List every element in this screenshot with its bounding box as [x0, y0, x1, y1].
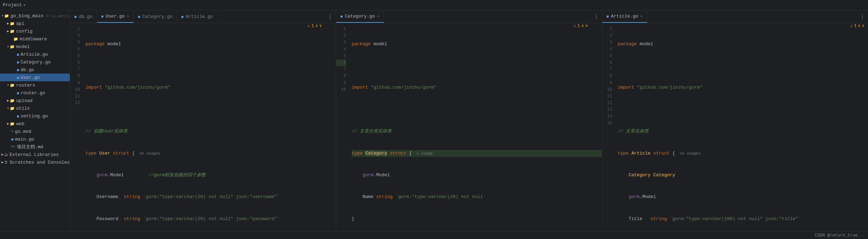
folder-icon-routers: 📁	[10, 83, 15, 88]
panel-3-tab-more[interactable]: ⋮	[857, 13, 868, 20]
tree-item-api[interactable]: ▶ 📁 api	[0, 20, 70, 27]
panel-2-tab-close[interactable]: ×	[377, 14, 379, 19]
cat-tab-icon2: ◼	[340, 14, 343, 19]
file-icon-doc: M+	[11, 145, 15, 149]
expand-arrow-config: ▶	[7, 29, 9, 33]
expand-arrow-utils: ▾	[7, 106, 9, 110]
tree-item-project[interactable]: ▾ 📁 go_blog_main D:\a_wenjianzil...	[0, 12, 70, 20]
expand-arrow-scratches: ▶	[1, 160, 4, 164]
panel-3-tab-bar: ◼ Article.go × ⋮	[602, 11, 868, 23]
panel-2-tab-more[interactable]: ⋮	[591, 13, 602, 20]
file-icon-article: ◼	[17, 52, 19, 57]
sidebar: ▾ 📁 go_blog_main D:\a_wenjianzil... ▶ 📁 …	[0, 11, 70, 231]
tree-label-main: main.go	[15, 137, 34, 142]
project-label: Project	[3, 2, 22, 8]
tree-item-db-go[interactable]: ◼ db.go	[0, 66, 70, 74]
panel-1-tab-user-label: User.go	[106, 14, 125, 19]
tree-item-category-go[interactable]: ◼ Category.go	[0, 58, 70, 66]
panel-2-code-content: 1 2 3 4 5 6 7 8 9 10 package model	[336, 23, 602, 231]
panel-1-tab-db[interactable]: ◼ db.go	[70, 11, 97, 23]
tree-item-setting-go[interactable]: ◼ setting.go	[0, 112, 70, 120]
folder-icon-model: 📁	[10, 45, 15, 49]
panel-1-tab-close[interactable]: ×	[127, 14, 129, 19]
project-icon: 📁	[4, 14, 9, 18]
file-icon-main: ◼	[11, 137, 14, 142]
file-icon-user: ◼	[17, 75, 19, 80]
panel-2-tab-bar: ◼ Category.go × ⋮	[336, 11, 602, 23]
tree-label-upload: upload	[16, 98, 33, 103]
panel-1-tab-article[interactable]: ◼ Article.go	[177, 11, 218, 23]
file-icon-db: ◼	[17, 68, 19, 72]
panel-1-tab-article-label: Article.go	[186, 14, 213, 19]
tree-label-config: config	[16, 29, 33, 34]
folder-icon-upload: 📁	[10, 98, 15, 103]
tree-label-api: api	[16, 21, 24, 26]
tree-label-middleware: middleware	[20, 36, 47, 42]
tree-item-project-doc[interactable]: M+ 项目文档.md	[0, 143, 70, 151]
file-icon-category: ◼	[17, 60, 19, 64]
folder-icon-web: 📁	[10, 122, 15, 126]
cat-tab-icon1: ◼	[138, 14, 140, 19]
tree-label-go-mod: go.mod	[15, 129, 32, 134]
panel-3-tab-close[interactable]: ×	[640, 14, 643, 19]
art-tab-icon3: ◼	[606, 14, 609, 19]
tree-label-external-libs: External Libraries	[9, 152, 59, 157]
project-chevron: ▾	[23, 3, 26, 7]
tree-label-routers: routers	[16, 83, 35, 88]
watermark: CSDN @return_true...	[815, 233, 865, 238]
tree-item-main-go[interactable]: ◼ main.go	[0, 135, 70, 143]
external-libs-icon: 🗂	[4, 152, 8, 157]
tree-label-utils: utils	[16, 106, 30, 111]
panel-2-tab-category-label: Category.go	[345, 14, 375, 19]
tree-label-router: router.go	[21, 90, 45, 96]
expand-arrow-external: ▶	[1, 152, 4, 157]
art-tab-icon1: ◼	[181, 14, 184, 19]
panel-1-tab-user[interactable]: ◼ User.go ×	[97, 11, 134, 23]
tree-item-middleware[interactable]: 📁 middleware	[0, 35, 70, 43]
panel-1-code-lines[interactable]: package model import "github.com/jinzhu/…	[83, 23, 336, 231]
tree-item-config[interactable]: ▶ 📁 config	[0, 27, 70, 35]
tree-item-article-go[interactable]: ◼ Article.go	[0, 50, 70, 58]
expand-arrow-project: ▾	[1, 14, 4, 18]
panel-2-tab-category[interactable]: ◼ Category.go ×	[336, 11, 384, 23]
tree-label-web: web	[16, 121, 24, 127]
panel-3-tab-article[interactable]: ◼ Article.go ×	[602, 11, 647, 23]
top-bar: Project ▾	[0, 0, 868, 11]
tree-item-scratches[interactable]: ▶ 🗒 Scratches and Consoles	[0, 158, 70, 166]
tree-label-scratches: Scratches and Consoles	[9, 160, 70, 165]
expand-arrow-routers: ▾	[7, 83, 9, 87]
tree-label-article: Article.go	[21, 52, 48, 57]
panel-2-code-lines[interactable]: package model import "github.com/jinzhu/…	[349, 23, 602, 231]
panel-1-code-content: 1 2 3 4 5 6 7 8 9 10 11 12 package	[70, 23, 336, 231]
tree-item-web[interactable]: ▶ 📁 web	[0, 120, 70, 128]
tree-label-doc: 项目文档.md	[17, 144, 43, 150]
panel-1-tab-more[interactable]: ⋮	[325, 13, 336, 20]
tree-label-setting: setting.go	[21, 114, 48, 119]
project-menu[interactable]: Project ▾	[3, 2, 26, 8]
tree-item-router-go[interactable]: ◼ router.go	[0, 89, 70, 97]
panel-1-tab-category-label: Category.go	[142, 14, 172, 19]
editors-wrapper: ◼ db.go ◼ User.go × ◼ Category.go ◼ Ar	[70, 11, 868, 231]
panel-3-code-lines[interactable]: package model import "github.com/jinzhu/…	[615, 23, 868, 231]
tree-label-model: model	[16, 44, 30, 49]
tree-item-routers[interactable]: ▾ 📁 routers	[0, 81, 70, 89]
editors-container: ◼ db.go ◼ User.go × ◼ Category.go ◼ Ar	[70, 11, 868, 231]
editor-panel-2: ◼ Category.go × ⋮ 1 2 3 4 5 6 7	[336, 11, 602, 231]
panel-1-line-numbers: 1 2 3 4 5 6 7 8 9 10 11 12	[70, 23, 83, 231]
panel-3-code-content: 1 2 3 4 5 6 7 8 9 10 11 12 13 14	[602, 23, 868, 231]
tree-item-utils[interactable]: ▾ 📁 utils	[0, 104, 70, 112]
folder-icon-api: 📁	[10, 21, 15, 26]
panel-1-tab-category[interactable]: ◼ Category.go	[134, 11, 177, 23]
db-tab-icon: ◼	[74, 14, 77, 19]
editor-panel-3: ◼ Article.go × ⋮ 1 2 3 4 5 6 7	[602, 11, 868, 231]
expand-arrow-model: ▾	[7, 45, 9, 49]
folder-icon-config: 📁	[10, 29, 15, 34]
tree-item-user-go[interactable]: ◼ User.go	[0, 74, 70, 81]
tree-item-model[interactable]: ▾ 📁 model	[0, 43, 70, 50]
tree-label-user: User.go	[21, 75, 40, 80]
tree-item-external-libs[interactable]: ▶ 🗂 External Libraries	[0, 151, 70, 158]
folder-icon-middleware: 📁	[13, 37, 18, 41]
tree-item-go-mod[interactable]: ≡ go.mod	[0, 128, 70, 135]
panel-3-tab-article-label: Article.go	[611, 14, 638, 19]
tree-item-upload[interactable]: ▶ 📁 upload	[0, 97, 70, 104]
